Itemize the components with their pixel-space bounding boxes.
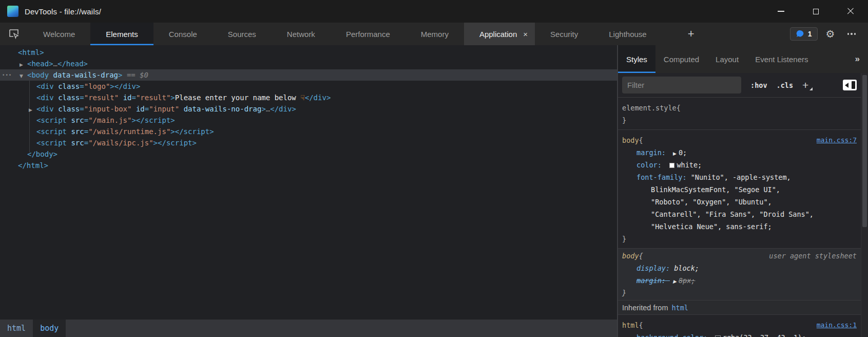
code-token: </body> — [27, 150, 57, 158]
scrollbar-thumb[interactable] — [862, 75, 867, 227]
tab-elements[interactable]: Elements — [90, 23, 153, 45]
styles-filter-input[interactable] — [622, 77, 741, 93]
tab-security[interactable]: Security — [535, 23, 593, 45]
css-value-continuation[interactable]: "Roboto", "Oxygen", "Ubuntu", — [622, 196, 861, 208]
issues-badge[interactable]: 1 — [790, 27, 818, 41]
css-property[interactable]: display: block; — [622, 262, 861, 274]
tab-lighthouse[interactable]: Lighthouse — [593, 23, 662, 45]
tree-row[interactable]: </html> — [0, 160, 617, 171]
rule-selector[interactable]: element.style — [622, 102, 677, 114]
code-token: > — [131, 116, 136, 124]
css-value-continuation[interactable]: "Cantarell", "Fira Sans", "Droid Sans", — [622, 208, 861, 220]
css-property-value[interactable]: 8px; — [679, 276, 696, 285]
code-token: … — [266, 105, 270, 113]
sidebar-tab-layout[interactable]: Layout — [707, 45, 747, 73]
rule-selector[interactable]: html — [622, 319, 639, 331]
open-brace: { — [639, 134, 643, 146]
tree-row[interactable]: <script src="/wails/ipc.js"></script> — [0, 137, 617, 148]
rule-selector[interactable]: body — [622, 134, 639, 146]
code-token: > — [170, 93, 175, 102]
code-token: <script — [36, 116, 71, 124]
css-property-value[interactable]: "Nunito", -apple-system, — [691, 173, 791, 181]
css-property-name[interactable]: font-family — [636, 173, 682, 181]
sidebar-tab-computed[interactable]: Computed — [655, 45, 707, 73]
close-tab-icon[interactable]: × — [523, 30, 528, 39]
tree-row[interactable]: </body> — [0, 148, 617, 160]
css-property-value[interactable]: rgba(33, 37, 43, 1); — [723, 333, 806, 337]
code-token: ipt> — [197, 127, 214, 136]
message-bubble-icon — [796, 30, 804, 38]
css-property-value[interactable]: block; — [674, 264, 699, 272]
expand-value-arrow-icon[interactable]: ▶ — [673, 147, 677, 160]
settings-gear-icon[interactable]: ⚙ — [823, 28, 838, 40]
collapse-arrow-icon[interactable]: ▼ — [20, 70, 27, 82]
minimize-icon — [778, 11, 784, 12]
element-class-button[interactable]: .cls — [777, 81, 794, 89]
css-property[interactable]: margin: ▶8px; — [622, 274, 861, 287]
expand-value-arrow-icon[interactable]: ▶ — [673, 275, 677, 288]
tree-row[interactable]: ▶<head>…</head> — [0, 58, 617, 69]
expand-arrow-icon[interactable]: ▶ — [20, 59, 27, 70]
css-property-name[interactable]: display — [636, 264, 666, 272]
tree-row[interactable]: <script src="/main.js"></script> — [0, 115, 617, 126]
css-property[interactable]: margin: ▶0; — [622, 146, 861, 159]
breadcrumb-body[interactable]: body — [33, 320, 66, 337]
tree-row[interactable]: <script src="/wails/runtime.js"></script… — [0, 126, 617, 137]
css-property[interactable]: font-family: "Nunito", -apple-system, — [622, 171, 861, 183]
code-token: class — [58, 82, 80, 90]
css-value-continuation[interactable]: "Helvetica Neue", sans-serif; — [622, 220, 861, 233]
color-swatch[interactable] — [669, 163, 675, 168]
tree-row[interactable]: <div class="logo"></div> — [0, 81, 617, 92]
tab-console[interactable]: Console — [153, 23, 213, 45]
tree-row[interactable]: •••▼<body data-wails-drag> == $0 — [0, 69, 617, 81]
code-token: </scr — [136, 116, 158, 124]
rule-selector[interactable]: body — [622, 250, 639, 262]
css-property-name[interactable]: background-color — [636, 333, 703, 337]
sidebar-tab-event-listeners[interactable]: Event Listeners — [747, 45, 816, 73]
close-button[interactable] — [833, 0, 868, 23]
add-tab-button[interactable]: + — [680, 23, 703, 45]
inspect-element-button[interactable] — [0, 23, 28, 45]
css-property-value[interactable]: 0; — [679, 148, 687, 157]
code-token — [131, 105, 136, 113]
minimize-button[interactable] — [763, 0, 798, 23]
sidebar-tabs-overflow-icon[interactable]: » — [847, 45, 868, 73]
stylesheet-link[interactable]: main.css:1 — [817, 319, 861, 331]
css-property-name[interactable]: margin — [636, 148, 662, 157]
tab-sources[interactable]: Sources — [213, 23, 272, 45]
tree-row[interactable]: <html> — [0, 47, 617, 58]
color-swatch[interactable] — [715, 335, 721, 337]
tab-memory[interactable]: Memory — [406, 23, 464, 45]
pseudo-state-button[interactable]: :hov — [750, 81, 767, 89]
sidebar-tab-styles[interactable]: Styles — [618, 45, 655, 73]
code-token: ☟ — [300, 93, 305, 102]
code-token: "/wails/runtime.js" — [88, 127, 170, 136]
tree-row[interactable]: <div class="result" id="result">Please e… — [0, 92, 617, 103]
code-token: "result" — [136, 93, 170, 102]
styles-scrollbar[interactable] — [861, 73, 868, 337]
css-property-name[interactable]: color — [636, 161, 658, 169]
css-property-name[interactable]: margin — [636, 276, 662, 285]
code-token: <div — [36, 105, 58, 113]
css-property-value[interactable]: white; — [677, 161, 702, 169]
tab-network[interactable]: Network — [272, 23, 331, 45]
expand-arrow-icon[interactable]: ▶ — [29, 104, 36, 116]
maximize-button[interactable] — [798, 0, 833, 23]
tab-performance[interactable]: Performance — [331, 23, 406, 45]
inherited-element-link[interactable]: html — [671, 304, 688, 312]
tree-row[interactable]: ▶<div class="input-box" id="input" data-… — [0, 103, 617, 115]
css-value-continuation[interactable]: BlinkMacSystemFont, "Segoe UI", — [622, 183, 861, 196]
computed-pane-toggle-icon[interactable] — [843, 80, 857, 90]
tab-application[interactable]: Application× — [464, 23, 535, 45]
style-rule: html {main.css:1background-color: rgba(3… — [618, 315, 861, 337]
code-token: "result" — [84, 93, 119, 102]
more-options-button[interactable] — [843, 33, 860, 35]
breadcrumb-html[interactable]: html — [0, 320, 33, 337]
dom-tree: <html>▶<head>…</head>•••▼<body data-wail… — [0, 45, 617, 320]
css-property[interactable]: background-color: rgba(33, 37, 43, 1); — [622, 331, 861, 337]
row-overflow-dots[interactable]: ••• — [2, 69, 12, 81]
tab-welcome[interactable]: Welcome — [28, 23, 90, 45]
stylesheet-link[interactable]: main.css:7 — [817, 134, 861, 146]
new-style-rule-button[interactable]: + — [802, 79, 812, 91]
css-property[interactable]: color: white; — [622, 159, 861, 171]
